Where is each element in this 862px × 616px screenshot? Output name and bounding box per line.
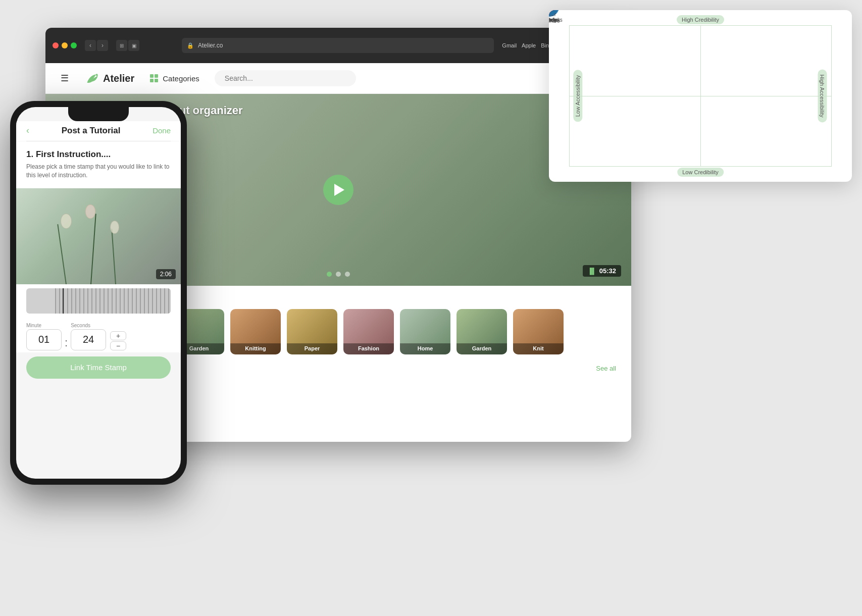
category-label: Garden bbox=[457, 343, 507, 354]
svg-rect-3 bbox=[150, 79, 154, 82]
timeline-thumb bbox=[55, 288, 171, 314]
time-inputs-row: Minute 01 : Seconds 24 + − bbox=[16, 319, 181, 352]
minute-input[interactable]: 01 bbox=[26, 329, 62, 350]
address-bar[interactable]: 🔒 Atelier.co bbox=[182, 38, 494, 53]
stepper-group: + − bbox=[110, 331, 126, 350]
chart-point-facebook: f Facebook bbox=[549, 10, 560, 23]
traffic-light-green[interactable] bbox=[71, 42, 77, 48]
traffic-light-red[interactable] bbox=[53, 42, 59, 48]
chart-label-top: High Credibility bbox=[677, 15, 724, 24]
category-item-knitting1[interactable]: Knitting bbox=[230, 309, 281, 354]
browser-nav-buttons: ‹ › bbox=[85, 40, 108, 51]
hero-dot-1[interactable] bbox=[327, 272, 332, 277]
traffic-light-yellow[interactable] bbox=[62, 42, 68, 48]
search-input[interactable] bbox=[215, 70, 356, 86]
category-label: Fashion bbox=[343, 343, 394, 354]
seconds-label: Seconds bbox=[71, 323, 106, 328]
address-text: Atelier.co bbox=[198, 42, 223, 49]
timeline-section bbox=[16, 284, 181, 319]
category-label: Knit bbox=[513, 343, 564, 354]
hero-timer: ▐▌ 05:32 bbox=[583, 265, 621, 277]
browser-bookmark-apple[interactable]: Apple bbox=[522, 42, 536, 48]
chart-hline bbox=[570, 96, 831, 96]
time-colon: : bbox=[65, 336, 68, 350]
minute-field-group: Minute 01 bbox=[26, 323, 62, 350]
logo-bird-icon bbox=[84, 71, 100, 85]
svg-rect-1 bbox=[150, 74, 154, 78]
stepper-decrement[interactable]: − bbox=[110, 341, 126, 350]
logo-area: Atelier bbox=[84, 71, 134, 85]
category-item-garden2[interactable]: Garden bbox=[457, 309, 507, 354]
instruction-title: 1. First Instruction.... bbox=[26, 149, 171, 160]
category-item-fashion2[interactable]: Fashion bbox=[343, 309, 394, 354]
phone-mockup: ‹ Post a Tutorial Done 1. First Instruct… bbox=[10, 101, 187, 485]
image-timer: 2:06 bbox=[156, 269, 176, 279]
hero-dot-3[interactable] bbox=[345, 272, 350, 277]
phone-done-button[interactable]: Done bbox=[153, 126, 171, 135]
logo-text: Atelier bbox=[103, 73, 134, 84]
svg-rect-4 bbox=[155, 79, 158, 82]
phone-header: ‹ Post a Tutorial Done bbox=[16, 121, 181, 141]
chart-label-bottom: Low Credibility bbox=[677, 168, 724, 177]
category-label: Knitting bbox=[230, 343, 281, 354]
nav-back-button[interactable]: ‹ bbox=[85, 40, 96, 51]
phone-back-button[interactable]: ‹ bbox=[26, 125, 29, 136]
seconds-input[interactable]: 24 bbox=[71, 329, 106, 350]
timeline-scrubber bbox=[63, 288, 64, 314]
browser-chrome: ‹ › ⊞ ▣ 🔒 Atelier.co Gmail Apple Bing Go… bbox=[45, 28, 631, 63]
link-timestamp-button[interactable]: Link Time Stamp bbox=[26, 356, 171, 379]
play-button[interactable] bbox=[323, 175, 353, 205]
nav-sidebar-button[interactable]: ▣ bbox=[128, 40, 139, 51]
category-label: Paper bbox=[287, 343, 337, 354]
category-item-knitting2[interactable]: Knit bbox=[513, 309, 564, 354]
phone-image-section: 2:06 bbox=[16, 188, 181, 284]
grid-icon bbox=[149, 74, 159, 83]
hamburger-menu-icon[interactable]: ☰ bbox=[61, 73, 69, 84]
bars-icon: ▐▌ bbox=[588, 268, 596, 275]
instruction-description: Please pick a time stamp that you would … bbox=[26, 163, 171, 180]
chart-inner: High Credibility Low Credibility Low Acc… bbox=[549, 10, 852, 182]
see-all-button[interactable]: See all bbox=[596, 365, 616, 372]
browser-bookmark-gmail[interactable]: Gmail bbox=[502, 42, 517, 48]
timeline-bar[interactable] bbox=[26, 288, 171, 314]
svg-point-0 bbox=[96, 74, 98, 76]
facebook-label: Facebook bbox=[549, 17, 560, 23]
traffic-lights bbox=[53, 42, 77, 48]
phone-screen-title: Post a Tutorial bbox=[62, 126, 121, 136]
nav-forward-button[interactable]: › bbox=[97, 40, 108, 51]
chart-grid bbox=[569, 25, 832, 167]
stepper-increment[interactable]: + bbox=[110, 331, 126, 340]
minute-label: Minute bbox=[26, 323, 62, 328]
categories-label: Categories bbox=[163, 74, 199, 83]
hero-dot-2[interactable] bbox=[336, 272, 341, 277]
play-icon bbox=[334, 184, 344, 196]
chart-panel: High Credibility Low Credibility Low Acc… bbox=[549, 10, 852, 182]
facebook-avatar: f bbox=[549, 10, 558, 16]
site-header: ☰ Atelier Categories bbox=[45, 63, 631, 94]
hero-dots bbox=[327, 272, 350, 277]
hero-time-value: 05:32 bbox=[599, 267, 616, 275]
phone-instruction-area: 1. First Instruction.... Please pick a t… bbox=[16, 141, 181, 188]
nav-grid-button[interactable]: ⊞ bbox=[116, 40, 127, 51]
phone-notch bbox=[68, 107, 129, 121]
phone-screen: ‹ Post a Tutorial Done 1. First Instruct… bbox=[16, 107, 181, 479]
seconds-field-group: Seconds 24 bbox=[71, 323, 106, 350]
svg-rect-2 bbox=[155, 74, 158, 78]
category-item-paper1[interactable]: Paper bbox=[287, 309, 337, 354]
category-item-home2[interactable]: Home bbox=[400, 309, 450, 354]
category-label: Home bbox=[400, 343, 450, 354]
nav-categories[interactable]: Categories bbox=[149, 74, 199, 83]
